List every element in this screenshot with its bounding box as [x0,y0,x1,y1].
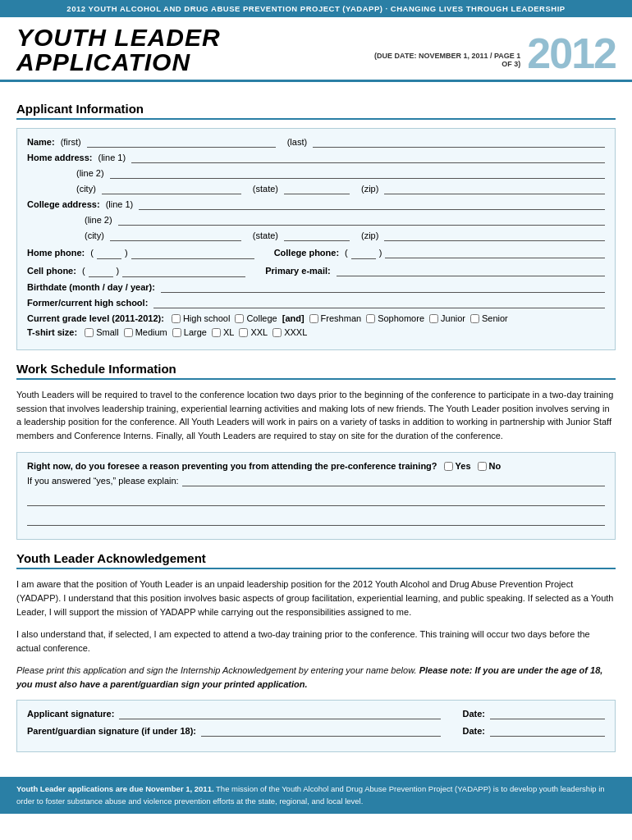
section-applicant-info-title: Applicant Information [16,102,616,120]
college-city-label: (city) [85,231,104,240]
applicant-date-input[interactable] [490,709,605,719]
work-no-checkbox[interactable] [478,462,487,471]
work-explain-line1 [27,491,605,506]
parent-sig-label: Parent/guardian signature (if under 18): [27,726,196,736]
grade-senior-label: Senior [482,313,508,323]
work-yes-checkbox[interactable] [444,462,453,471]
home-city-label: (city) [76,184,96,194]
college-city-input[interactable] [110,231,241,241]
college-address-line2-input[interactable] [118,215,605,226]
tshirt-small-checkbox[interactable] [85,328,94,337]
tshirt-small-label: Small [96,327,119,337]
birthdate-row: Birthdate (month / day / year): [27,282,605,293]
college-address-row1: College address: (line 1) [27,199,605,210]
grade-college-label: College [246,313,277,323]
cell-phone-area[interactable] [89,264,113,277]
college-address-line1-sub: (line 1) [106,199,134,209]
cell-phone-label: Cell phone: [27,266,76,276]
top-bar-text: 2012 Youth Alcohol and Drug Abuse Preven… [66,4,565,13]
work-if-yes-label: If you answered “yes,” please explain: [27,476,179,486]
footer: Youth Leader applications are due Novemb… [0,777,632,814]
college-phone-label: College phone: [274,248,339,258]
cell-phone-paren-open: ( [82,266,85,276]
home-phone-area[interactable] [97,246,121,259]
home-zip-input[interactable] [384,184,605,194]
home-zip-label: (zip) [361,184,378,194]
work-schedule-body: Youth Leaders will be required to travel… [16,388,616,442]
home-state-label: (state) [253,184,278,194]
grade-sophomore-item: Sophomore [366,313,424,323]
year-block: (Due Date: November 1, 2011 / Page 1 of … [373,32,616,75]
grade-sophomore-checkbox[interactable] [366,314,375,323]
grade-college-checkbox[interactable] [235,314,244,323]
work-if-yes-input[interactable] [182,476,605,486]
main-title: YOUTH LEADER APPLICATION [16,25,373,75]
grade-freshman-checkbox[interactable] [309,314,318,323]
home-address-line2-input[interactable] [110,168,605,179]
tshirt-xxxl-checkbox[interactable] [272,328,282,337]
tshirt-xxxl-item: XXXL [272,327,307,337]
work-no-label: No [489,461,501,471]
college-state-input[interactable] [284,231,350,241]
home-phone-input[interactable] [131,246,254,259]
phone-row: Home phone: ( ) College phone: ( ) [27,246,605,259]
parent-date-label: Date: [462,726,485,736]
tshirt-large-checkbox[interactable] [172,328,181,337]
parent-sig-input[interactable] [201,726,442,737]
tshirt-xl-label: XL [223,327,234,337]
signature-box: Applicant signature: Date: Parent/guardi… [16,700,616,752]
applicant-date-label: Date: [462,709,485,719]
tshirt-medium-item: Medium [124,327,167,337]
tshirt-xl-checkbox[interactable] [212,328,221,337]
year-big: 2012 [527,32,616,75]
header: YOUTH LEADER APPLICATION (Due Date: Nove… [0,17,632,82]
home-state-input[interactable] [284,184,350,194]
work-explain-line2 [27,511,605,526]
cell-email-row: Cell phone: ( ) Primary e-mail: [27,264,605,277]
tshirt-xxl-checkbox[interactable] [239,328,248,337]
top-bar: 2012 Youth Alcohol and Drug Abuse Preven… [0,0,632,17]
name-label: Name: [27,137,55,147]
acknowledgement-italic-text: Please print this application and sign t… [16,665,417,675]
name-last-input[interactable] [313,137,605,148]
home-city-input[interactable] [102,184,241,194]
applicant-sig-row: Applicant signature: Date: [27,709,605,719]
former-highschool-input[interactable] [153,298,605,308]
cell-phone-input[interactable] [122,264,245,277]
applicant-sig-label: Applicant signature: [27,709,114,719]
grade-level-row: Current grade level (2011-2012): High sc… [27,313,605,323]
college-zip-input[interactable] [384,231,605,241]
work-question-row: Right now, do you foresee a reason preve… [27,461,605,471]
work-no-item: No [478,461,501,471]
birthdate-input[interactable] [161,282,605,293]
section-acknowledgement-title: Youth Leader Acknowledgement [16,551,616,569]
birthdate-label: Birthdate (month / day / year): [27,282,155,292]
work-schedule-box: Right now, do you foresee a reason preve… [16,452,616,540]
tshirt-medium-checkbox[interactable] [124,328,133,337]
tshirt-xl-item: XL [212,327,234,337]
college-address-line1-input[interactable] [139,199,605,210]
name-first-input[interactable] [87,137,276,148]
grade-highschool-checkbox[interactable] [172,314,181,323]
college-phone-paren-close: ) [379,248,382,258]
grade-freshman-label: Freshman [321,313,362,323]
parent-date-input[interactable] [490,726,605,737]
applicant-sig-input[interactable] [119,709,441,719]
college-phone-paren-open: ( [345,248,348,258]
home-address-row2: (line 2) [27,168,605,179]
work-if-yes-row: If you answered “yes,” please explain: [27,476,605,486]
home-address-line1-input[interactable] [131,153,605,163]
work-yes-label: Yes [456,461,471,471]
college-zip-label: (zip) [361,231,378,240]
college-phone-area[interactable] [351,246,376,259]
home-address-label: Home address: [27,153,92,162]
cell-phone-paren-close: ) [117,266,120,276]
grade-junior-checkbox[interactable] [429,314,438,323]
tshirt-medium-label: Medium [135,327,167,337]
grade-senior-checkbox[interactable] [470,314,479,323]
grade-college-item: College [235,313,277,323]
college-phone-input[interactable] [385,248,605,258]
primary-email-input[interactable] [337,266,605,276]
grade-sophomore-label: Sophomore [378,313,424,323]
college-address-line2-sub: (line 2) [85,215,112,225]
